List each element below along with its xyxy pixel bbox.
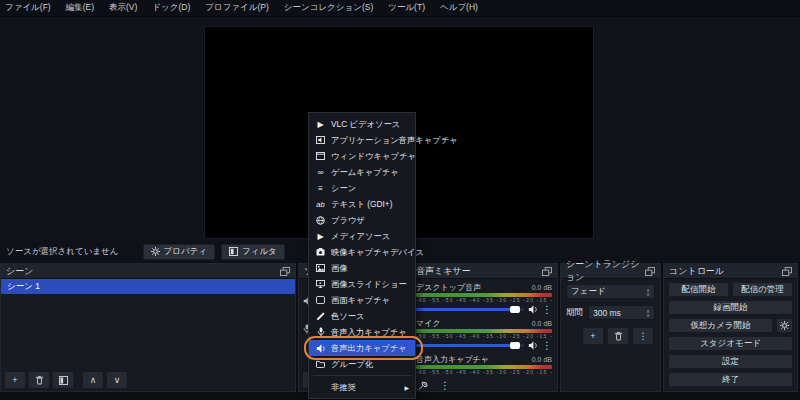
channel-options-kebab-icon[interactable]: ⋮	[542, 340, 552, 351]
add-source-context-menu: ▶ VLC ビデオソース アプリケーション音声キャプチャ ウィンドウキャプチャ …	[308, 112, 416, 399]
menu-item-browser[interactable]: ブラウザ	[309, 212, 415, 228]
menu-profile[interactable]: プロファイル(P)	[205, 2, 269, 14]
menu-edit[interactable]: 編集(E)	[66, 2, 94, 14]
menu-docks[interactable]: ドック(D)	[152, 2, 190, 14]
remove-scene-button[interactable]	[29, 372, 49, 388]
virtual-camera-settings-button[interactable]	[776, 318, 793, 333]
channel-db-value: 0.0 dB	[532, 320, 552, 327]
menu-item-vlc-video-source[interactable]: ▶ VLC ビデオソース	[309, 116, 415, 132]
trash-icon	[614, 331, 623, 341]
mute-speaker-icon[interactable]	[528, 341, 538, 350]
menu-item-display-capture[interactable]: 画面キャプチャ	[309, 292, 415, 308]
mixer-options-kebab-icon[interactable]: ⋮	[440, 380, 450, 391]
menu-help[interactable]: ヘルプ(H)	[440, 2, 478, 14]
slideshow-icon	[315, 280, 326, 288]
microphone-icon	[315, 327, 326, 337]
start-recording-button[interactable]: 録画開始	[668, 300, 793, 315]
slider-handle[interactable]	[510, 306, 520, 313]
menu-item-deprecated[interactable]: 非推奨 ▶	[309, 379, 415, 395]
menu-item-text-gdi[interactable]: ab テキスト (GDI+)	[309, 196, 415, 212]
transitions-title: シーントランジション	[566, 258, 645, 284]
add-transition-button[interactable]: +	[583, 328, 603, 344]
settings-button[interactable]: 設定	[668, 354, 793, 369]
browser-globe-icon	[315, 216, 326, 225]
move-scene-up-button[interactable]: ∧	[83, 372, 103, 388]
menu-item-label: 非推奨	[331, 382, 356, 393]
menu-item-image[interactable]: 画像	[309, 260, 415, 276]
menu-item-label: テキスト (GDI+)	[331, 199, 392, 210]
controls-body: 配信開始 配信の管理 録画開始 仮想カメラ開始 スタジオモード 設定 終了	[664, 279, 797, 390]
menu-item-color-source[interactable]: 色ソース	[309, 308, 415, 324]
menu-item-label: 画像スライドショー	[331, 279, 407, 290]
remove-transition-button[interactable]	[608, 328, 628, 344]
channel-options-kebab-icon[interactable]: ⋮	[542, 304, 552, 315]
menu-item-label: 音声入力キャプチャ	[331, 327, 407, 338]
channel-name: マイク	[416, 318, 441, 329]
slider-handle[interactable]	[510, 342, 520, 349]
popout-icon[interactable]	[782, 267, 792, 276]
transition-options-kebab[interactable]: ⋮	[633, 328, 653, 344]
display-icon	[315, 296, 326, 304]
volume-slider[interactable]	[416, 308, 524, 311]
transition-select[interactable]: フェード ∧∨	[566, 284, 655, 299]
submenu-arrow-icon: ▶	[404, 384, 409, 391]
menu-item-game-capture[interactable]: ∞ ゲームキャプチャ	[309, 164, 415, 180]
menu-item-label: グループ化	[331, 359, 373, 370]
menu-item-group[interactable]: グループ化	[309, 356, 415, 372]
start-streaming-button[interactable]: 配信開始	[668, 282, 729, 297]
menu-item-label: ブラウザ	[331, 215, 365, 226]
mixer-channel-audio-input-capture: 音声入力キャプチャ 0.0 dB -60 -55 -50 -45 -40 -35…	[416, 354, 552, 375]
image-icon	[315, 264, 326, 272]
menu-item-audio-output-capture[interactable]: 音声出力キャプチャ	[309, 340, 415, 356]
panel-filter-icon	[59, 376, 68, 385]
popout-icon[interactable]	[542, 267, 552, 276]
no-source-selected-message: ソースが選択されていません	[6, 246, 119, 258]
manage-broadcast-button[interactable]: 配信の管理	[732, 282, 793, 297]
duration-spinbox[interactable]: 300 ms ∧∨	[588, 305, 655, 320]
menu-item-label: 画像	[331, 263, 348, 274]
properties-button[interactable]: プロパティ	[143, 244, 216, 260]
play-icon: ▶	[315, 232, 326, 241]
menu-item-scene[interactable]: ≡ シーン	[309, 180, 415, 196]
menu-tools[interactable]: ツール(T)	[388, 2, 425, 14]
move-scene-down-button[interactable]: ∨	[107, 372, 127, 388]
menu-item-image-slideshow[interactable]: 画像スライドショー	[309, 276, 415, 292]
menu-view[interactable]: 表示(V)	[109, 2, 137, 14]
menu-item-window-capture[interactable]: ウィンドウキャプチャ	[309, 148, 415, 164]
meter-tick-labels: -60 -55 -50 -45 -40 -35 -30 -25 -20 -15 …	[416, 333, 552, 339]
menu-item-label: 色ソース	[331, 311, 365, 322]
gear-icon	[151, 247, 160, 256]
menu-item-application-audio-capture[interactable]: アプリケーション音声キャプチャ	[309, 132, 415, 148]
spinner-arrows-icon: ∧∨	[646, 309, 650, 317]
mute-speaker-icon[interactable]	[528, 305, 538, 314]
channel-name: 音声入力キャプチャ	[416, 354, 489, 365]
scenes-panel: シーン シーン 1 + ∧ ∨	[0, 263, 296, 392]
menu-item-media-source[interactable]: ▶ メディアソース	[309, 228, 415, 244]
menu-scene-collection[interactable]: シーンコレクション(S)	[284, 2, 373, 14]
exit-button[interactable]: 終了	[668, 372, 793, 387]
volume-slider[interactable]	[416, 344, 524, 347]
channel-name: デスクトップ音声	[416, 282, 481, 293]
add-scene-button[interactable]: +	[5, 372, 25, 388]
menu-item-video-capture-device[interactable]: 映像キャプチャデバイス	[309, 244, 415, 260]
audio-settings-icon[interactable]	[418, 381, 428, 391]
list-icon: ≡	[315, 184, 326, 193]
duration-value: 300 ms	[593, 308, 621, 318]
menu-file[interactable]: ファイル(F)	[5, 2, 51, 14]
source-status-row: ソースが選択されていません プロパティ フィルタ	[0, 241, 296, 262]
scene-filters-button[interactable]	[53, 372, 73, 388]
channel-db-value: 0.0 dB	[532, 284, 552, 291]
filters-button[interactable]: フィルタ	[221, 244, 285, 260]
menu-item-audio-input-capture[interactable]: 音声入力キャプチャ	[309, 324, 415, 340]
popout-icon[interactable]	[645, 267, 655, 276]
speaker-icon	[315, 344, 326, 353]
menu-item-label: 音声出力キャプチャ	[331, 343, 407, 354]
studio-mode-button[interactable]: スタジオモード	[668, 336, 793, 351]
gear-icon	[780, 321, 789, 330]
controls-panel-header: コントロール	[664, 264, 797, 279]
start-virtual-camera-button[interactable]: 仮想カメラ開始	[668, 318, 773, 333]
mixer-channel-mic: マイク 0.0 dB -60 -55 -50 -45 -40 -35 -30 -…	[416, 318, 552, 352]
scene-list-item-selected[interactable]: シーン 1	[1, 279, 295, 294]
meter-tick-labels: -60 -55 -50 -45 -40 -35 -30 -25 -20 -15 …	[416, 297, 552, 303]
popout-icon[interactable]	[280, 267, 290, 276]
